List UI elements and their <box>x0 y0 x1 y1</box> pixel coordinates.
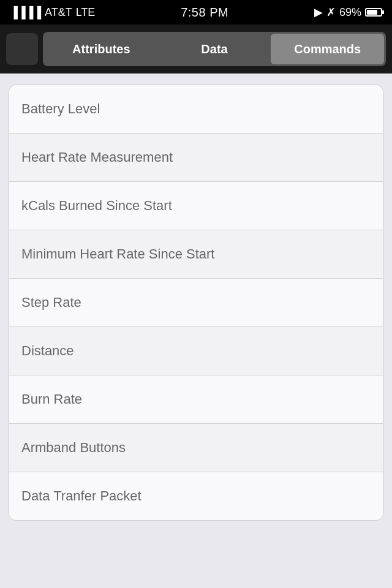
status-left: ▐▐▐▐ AT&T LTE <box>10 6 95 19</box>
list-item-data-transfer-packet[interactable]: Data Tranfer Packet <box>9 472 383 520</box>
list-item-kcals-burned[interactable]: kCals Burned Since Start <box>9 182 383 230</box>
battery-icon <box>365 8 382 17</box>
main-content: Battery LevelHeart Rate MeasurementkCals… <box>0 74 392 588</box>
status-bar: ▐▐▐▐ AT&T LTE 7:58 PM ▶ ✗ 69% <box>0 0 392 24</box>
status-right: ▶ ✗ 69% <box>314 6 382 19</box>
list-item-heart-rate-measurement[interactable]: Heart Rate Measurement <box>9 134 383 182</box>
tab-commands[interactable]: Commands <box>271 34 384 64</box>
list-item-armband-buttons[interactable]: Armband Buttons <box>9 424 383 472</box>
battery-percent: 69% <box>339 6 361 19</box>
tab-attributes[interactable]: Attributes <box>45 34 158 64</box>
location-icon: ▶ <box>314 6 323 19</box>
bluetooth-icon: ✗ <box>326 6 336 19</box>
attributes-list: Battery LevelHeart Rate MeasurementkCals… <box>9 85 383 521</box>
list-item-battery-level[interactable]: Battery Level <box>9 85 383 134</box>
list-item-burn-rate[interactable]: Burn Rate <box>9 375 383 424</box>
network-label: LTE <box>76 6 96 19</box>
list-item-distance[interactable]: Distance <box>9 327 383 375</box>
list-item-step-rate[interactable]: Step Rate <box>9 279 383 327</box>
back-button[interactable] <box>6 33 38 65</box>
status-time: 7:58 PM <box>181 6 228 20</box>
carrier-label: AT&T <box>45 6 72 19</box>
list-item-minimum-heart-rate[interactable]: Minimum Heart Rate Since Start <box>9 230 383 279</box>
nav-bar: Attributes Data Commands <box>0 24 392 74</box>
tab-data[interactable]: Data <box>158 34 271 64</box>
segmented-control: Attributes Data Commands <box>43 32 386 66</box>
signal-bars: ▐▐▐▐ <box>10 6 41 19</box>
